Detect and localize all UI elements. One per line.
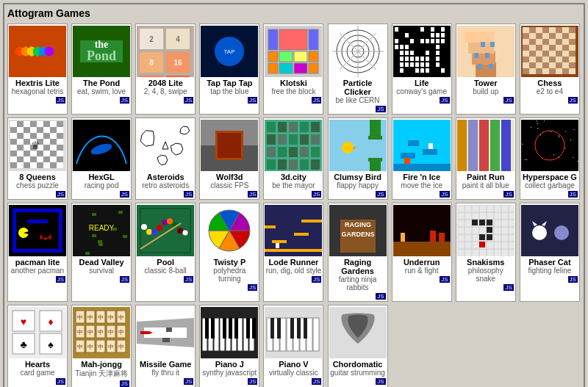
game-subtitle-3dcity: be the mayor <box>272 181 315 189</box>
game-card-lode[interactable]: Lode Runnerrun, dig, old styleJS <box>263 203 323 302</box>
game-badge-pianoj: JS <box>248 378 257 385</box>
game-card-taptap[interactable]: Tap Tap Taptap the blueJS <box>199 23 259 115</box>
game-card-paintrun[interactable]: Paint Runpaint it all blueJS <box>456 117 516 200</box>
game-card-pianv[interactable]: Piano Vvirtually classicJS <box>263 305 323 387</box>
game-card-snakisms[interactable]: Snakismsphilosophy snakeJS <box>456 203 516 302</box>
game-badge-3dcity: JS <box>312 191 321 198</box>
game-badge-clumsy: JS <box>376 191 385 198</box>
game-subtitle-raging: farting ninja rabbits <box>330 275 386 292</box>
game-title-2048: 2048 Lite <box>148 79 183 87</box>
game-title-3dcity: 3d.city <box>281 173 306 181</box>
game-badge-underrun: JS <box>440 276 449 283</box>
game-footer-lode: JS <box>265 276 321 283</box>
game-card-life[interactable]: Lifeconway's gameJS <box>392 23 452 115</box>
main-container: Attogram Games Hextris Litehexagonal tet… <box>3 3 585 387</box>
game-thumb-particle <box>329 26 387 77</box>
game-card-hextris[interactable]: Hextris Litehexagonal tetrisJS <box>7 23 68 115</box>
game-footer-asteroids: JS <box>137 191 193 198</box>
game-title-pianv: Piano V <box>279 360 308 369</box>
game-card-3dcity[interactable]: 3d.citybe the mayorJS <box>263 117 323 200</box>
game-card-clumsy[interactable]: Clumsy Birdflappy happyJS <box>328 117 388 200</box>
game-thumb-chordo <box>329 307 387 358</box>
game-subtitle-clumsy: flappy happy <box>337 181 379 189</box>
game-footer-wolf3d: JS <box>201 191 257 198</box>
game-subtitle-pond: eat, swim, love <box>77 87 126 95</box>
game-card-missile[interactable]: Missile Gamefly thru itJS <box>135 305 196 387</box>
game-thumb-underrun <box>393 205 451 256</box>
game-subtitle-pianoj: synthy javascript <box>202 369 257 377</box>
game-footer-snakisms: JS <box>458 284 514 291</box>
game-card-particle[interactable]: Particle Clickerbe like CERNJS <box>328 23 388 115</box>
game-card-underrun[interactable]: Underrunrun & fightJS <box>392 203 452 302</box>
game-thumb-klotski <box>265 26 322 77</box>
game-subtitle-missile: fly thru it <box>151 369 179 377</box>
game-subtitle-hyper: collect garbage <box>525 181 575 189</box>
game-subtitle-tower: build up <box>473 87 498 95</box>
game-card-twisty[interactable]: Twisty Ppolyhedra turningJS <box>199 203 259 302</box>
game-badge-8queens: JS <box>56 191 65 198</box>
game-title-asteroids: Asteroids <box>147 173 184 181</box>
game-thumb-life <box>393 26 451 77</box>
game-card-pond[interactable]: The Pondeat, swim, loveJS <box>71 23 132 115</box>
game-footer-pianoj: JS <box>201 378 257 385</box>
game-title-mahjongg: Mah-jongg <box>81 360 122 369</box>
game-footer-life: JS <box>394 97 450 104</box>
game-thumb-8queens <box>9 120 66 171</box>
game-card-klotski[interactable]: Klotskifree the blockJS <box>263 23 323 115</box>
game-card-pianoj[interactable]: Piano Jsynthy javascriptJS <box>199 305 259 387</box>
game-card-phaser[interactable]: Phaser Catfighting felineJS <box>520 203 580 302</box>
game-subtitle-life: conway's game <box>396 87 447 95</box>
game-footer-pool: JS <box>137 276 193 283</box>
game-subtitle-klotski: free the block <box>271 87 315 95</box>
game-badge-raging: JS <box>376 293 385 300</box>
game-badge-pool: JS <box>184 276 193 283</box>
game-card-pacman[interactable]: pacman liteanother pacmanJS <box>7 203 68 302</box>
game-footer-taptap: JS <box>201 97 257 104</box>
game-thumb-pacman <box>9 205 66 256</box>
game-badge-asteroids: JS <box>184 191 193 198</box>
game-subtitle-8queens: chess puzzle <box>16 181 59 189</box>
game-card-chess[interactable]: Chesse2 to e4JS <box>520 23 580 115</box>
game-card-8queens[interactable]: 8 Queenschess puzzleJS <box>7 117 68 200</box>
game-card-mahjongg[interactable]: Mah-jonggTianjin 天津麻将JS <box>71 305 132 387</box>
game-thumb-raging <box>329 205 387 256</box>
game-card-hyper[interactable]: Hyperspace Gcollect garbageJS <box>520 117 580 200</box>
game-card-chordo[interactable]: Chordomaticguitar strummingJS <box>328 305 388 387</box>
game-footer-hyper: JS <box>522 191 578 198</box>
game-footer-raging: JS <box>330 293 386 300</box>
game-card-dead[interactable]: Dead ValleysurvivalJS <box>71 203 132 302</box>
game-subtitle-underrun: run & fight <box>405 267 439 275</box>
game-thumb-taptap <box>201 26 258 77</box>
game-card-hearts[interactable]: Heartscard gameJS <box>7 305 68 387</box>
game-badge-pianv: JS <box>312 378 321 385</box>
game-title-phaser: Phaser Cat <box>528 258 570 267</box>
game-title-hextris: Hextris Lite <box>15 79 60 87</box>
game-title-particle: Particle Clicker <box>330 79 386 96</box>
game-card-hexgl[interactable]: HexGLracing podJS <box>71 117 132 200</box>
game-thumb-firnice <box>393 120 451 171</box>
game-badge-chordo: JS <box>376 378 385 385</box>
game-card-asteroids[interactable]: Asteroidsretro asteroidsJS <box>135 117 196 200</box>
game-badge-paintrun: JS <box>503 191 513 198</box>
game-thumb-hyper <box>521 120 578 171</box>
game-footer-hearts: JS <box>10 378 65 385</box>
game-subtitle-mahjongg: Tianjin 天津麻将 <box>75 369 128 379</box>
game-badge-hexgl: JS <box>120 191 129 198</box>
game-footer-pacman: JS <box>10 276 65 283</box>
game-footer-twisty: JS <box>201 284 257 291</box>
game-subtitle-hexgl: racing pod <box>85 181 119 189</box>
game-thumb-pool <box>137 205 194 256</box>
game-thumb-paintrun <box>457 120 514 171</box>
game-title-chess: Chess <box>537 79 562 87</box>
game-card-pool[interactable]: Poolclassic 8-ballJS <box>135 203 196 302</box>
game-footer-paintrun: JS <box>458 191 514 198</box>
game-card-raging[interactable]: Raging Gardensfarting ninja rabbitsJS <box>328 203 388 302</box>
game-badge-tower: JS <box>503 97 513 104</box>
game-card-firnice[interactable]: Fire 'n Icemove the iceJS <box>392 117 452 200</box>
game-title-pacman: pacman lite <box>15 258 60 267</box>
game-card-2048[interactable]: 2048 Lite2, 4, 8, swipeJS <box>135 23 196 115</box>
game-badge-hearts: JS <box>56 378 65 385</box>
game-card-wolf3d[interactable]: Wolf3dclassic FPSJS <box>199 117 259 200</box>
game-title-firnice: Fire 'n Ice <box>403 173 440 181</box>
game-card-tower[interactable]: Towerbuild upJS <box>456 23 516 115</box>
